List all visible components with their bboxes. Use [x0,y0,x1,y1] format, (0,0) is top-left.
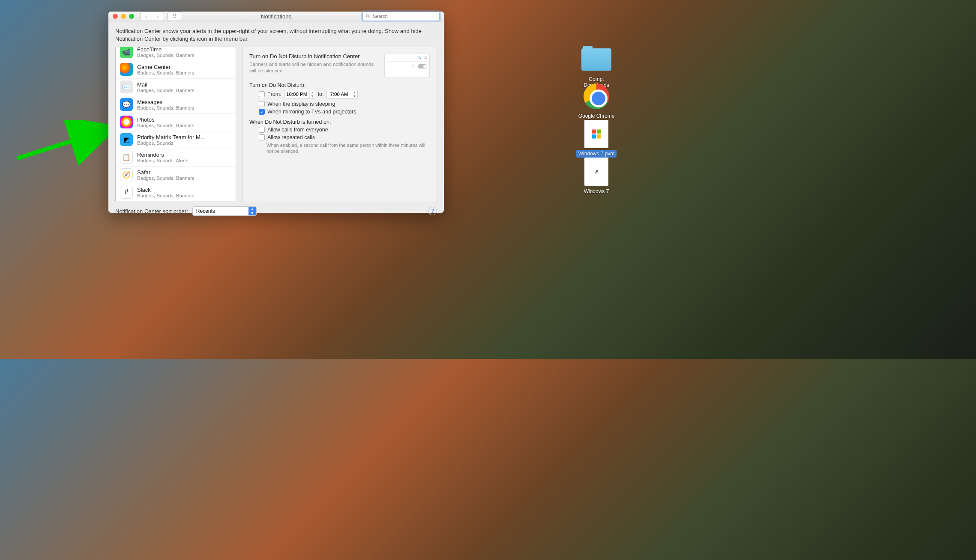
dnd-section1: Turn on Do Not Disturb: [249,82,430,88]
show-all-button[interactable]: ⠿ [168,12,181,21]
gamecenter-icon [120,63,133,76]
app-item-photos[interactable]: PhotosBadges, Sounds, Banners [116,114,236,131]
safari-icon: 🧭 [120,168,133,181]
slack-icon: # [120,186,133,199]
close-button[interactable] [113,14,118,19]
app-item-safari[interactable]: 🧭SafariBadges, Sounds, Banners [116,167,236,184]
app-item-facetime[interactable]: 📹FaceTimeBadges, Sounds, Banners [116,47,236,61]
back-button[interactable]: ‹ [140,12,152,21]
repeat-hint: When enabled, a second call from the sam… [266,142,430,155]
svg-line-4 [17,128,111,158]
prioritymatrix-icon: ◩ [120,133,133,146]
zoom-button[interactable] [129,14,134,19]
svg-rect-3 [597,134,601,138]
app-item-messages[interactable]: 💬MessagesBadges, Sounds, Banners [116,96,236,114]
desktop-chrome[interactable]: Google Chrome [575,83,618,120]
stepper[interactable]: ▲▼ [309,90,315,98]
traffic-lights [113,14,134,19]
app-list[interactable]: 📹FaceTimeBadges, Sounds, Banners Game Ce… [115,47,236,202]
stepper[interactable]: ▲▼ [352,90,357,98]
to-label: to: [318,91,324,97]
to-time-field[interactable]: ▲▼ [326,90,358,98]
from-label: From: [267,91,281,97]
titlebar: ‹ › ⠿ Notifications [108,12,444,21]
folder-icon [581,48,611,71]
list-icon: ☰ [424,56,427,60]
reminders-icon: 📋 [120,151,133,164]
desktop-folder[interactable]: Comp. Downloads [575,46,618,89]
mail-icon: ✉️ [120,80,133,93]
chevron-updown-icon: ▲▼ [248,207,256,215]
sleep-label: When the display is sleeping [267,101,335,107]
dnd-thumbnail: 🔍☰ ☾ [384,53,430,78]
mirror-checkbox[interactable]: ✓ [259,109,265,115]
app-item-reminders[interactable]: 📋RemindersBadges, Sounds, Alerts [116,149,236,167]
calls-checkbox[interactable] [259,127,265,133]
app-item-prioritymatrix[interactable]: ◩Priority Matrix Team for M…Badges, Soun… [116,131,236,149]
dnd-section2: When Do Not Disturb is turned on: [249,119,430,125]
desktop-pvm[interactable]: Windows 7.pvm [575,121,618,158]
svg-rect-1 [597,130,601,134]
dnd-description: Banners and alerts will be hidden and no… [249,61,379,74]
sleep-checkbox[interactable] [259,101,265,107]
moon-icon: ☾ [412,65,415,69]
desktop-win7-label: Windows 7 [582,188,611,195]
search-input[interactable] [373,14,437,19]
file-icon: ↗ [584,158,608,186]
help-button[interactable]: ? [428,207,437,215]
desktop-win7[interactable]: ↗ Windows 7 [575,158,618,195]
from-time-field[interactable]: ▲▼ [284,90,315,98]
svg-point-5 [366,15,369,17]
desktop-pvm-label: Windows 7.pvm [576,150,617,158]
minimize-button[interactable] [121,14,126,19]
app-item-gamecenter[interactable]: Game CenterBadges, Sounds, Banners [116,61,236,79]
messages-icon: 💬 [120,98,133,111]
search-icon [365,14,371,19]
dnd-title: Turn on Do Not Disturb in Notification C… [249,53,379,60]
toggle-icon [418,64,427,69]
chrome-icon [584,83,609,109]
window-title: Notifications [261,13,291,20]
photos-icon [120,116,133,128]
calls-label: Allow calls from everyone [267,127,328,133]
forward-button[interactable]: › [152,12,164,21]
svg-rect-2 [592,134,596,138]
dnd-panel: Turn on Do Not Disturb in Notification C… [242,47,437,202]
pvm-file-icon [584,120,608,148]
search-field[interactable] [362,12,440,21]
app-item-mail[interactable]: ✉️MailBadges, Sounds, Banners [116,79,236,96]
repeat-label: Allow repeated calls [267,134,315,140]
desktop-chrome-label: Google Chrome [576,112,617,120]
repeat-checkbox[interactable] [259,134,265,140]
sort-order-select[interactable]: Recents ▲▼ [192,206,257,216]
mirror-label: When mirroring to TVs and projectors [267,109,356,115]
intro-text: Notification Center shows your alerts in… [115,27,437,42]
facetime-icon: 📹 [120,47,133,58]
search-icon: 🔍 [417,56,422,60]
annotation-arrow [17,120,120,171]
svg-line-6 [369,17,370,18]
app-item-slack[interactable]: #SlackBadges, Sounds, Banners [116,184,236,202]
sort-order-label: Notification Center sort order: [115,208,188,214]
schedule-checkbox[interactable] [259,91,265,97]
preferences-window: ‹ › ⠿ Notifications Notification Center … [108,12,444,213]
svg-rect-0 [592,130,596,134]
